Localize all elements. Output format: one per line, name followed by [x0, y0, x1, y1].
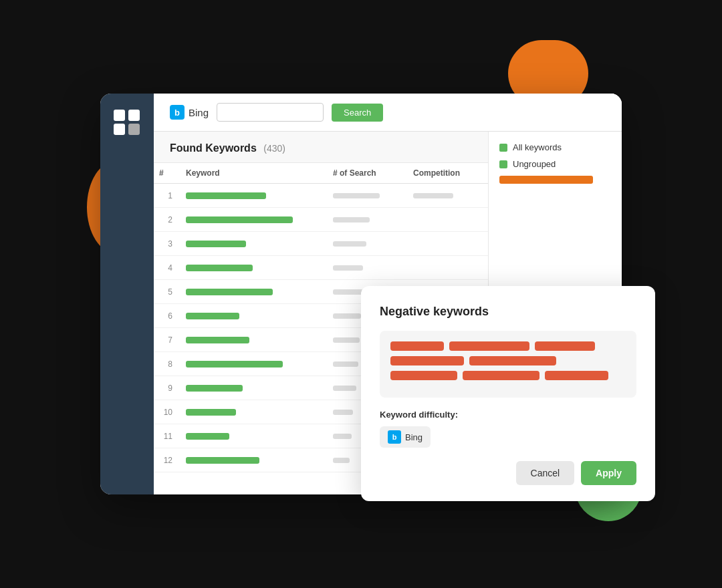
cancel-button[interactable]: Cancel [516, 461, 575, 485]
keyword-bar [186, 409, 236, 416]
keyword-bar [186, 433, 229, 440]
filter-ungrouped[interactable]: Ungrouped [499, 159, 611, 169]
col-header-keyword: Keyword [180, 168, 328, 178]
keyword-bar-cell [180, 313, 328, 319]
filter-icon-all [499, 144, 507, 152]
table-row: 1 [154, 184, 488, 208]
row-num: 1 [154, 191, 180, 200]
col-header-competition: Competition [408, 168, 488, 178]
search-bar [333, 217, 370, 223]
row-num: 8 [154, 359, 180, 369]
col-header-num: # [154, 168, 180, 178]
keyword-bar [186, 241, 246, 247]
keyword-tag [390, 356, 464, 365]
row-num: 10 [154, 408, 180, 417]
keyword-tag [535, 341, 595, 351]
filter-label-ungrouped: Ungrouped [513, 159, 556, 169]
keywords-count: (430) [263, 143, 285, 154]
search-button[interactable]: Search [332, 104, 383, 122]
keyword-bar [186, 385, 243, 392]
search-bar-cell [328, 265, 408, 271]
tags-area [380, 331, 636, 398]
keyword-tag [545, 371, 608, 380]
row-num: 7 [154, 335, 180, 345]
row-num: 4 [154, 263, 180, 273]
keyword-bar [186, 457, 259, 464]
keywords-title: Found Keywords [170, 142, 257, 154]
top-bar: b Bing Search [154, 94, 622, 132]
keyword-tag [390, 341, 444, 351]
col-header-search: # of Search [328, 168, 408, 178]
keyword-bar-cell [180, 265, 328, 271]
filter-row-orange [499, 176, 593, 184]
modal-title: Negative keywords [380, 305, 636, 319]
keyword-tag [449, 341, 529, 351]
keyword-bar [186, 265, 253, 271]
row-num: 6 [154, 311, 180, 321]
logo-square-4 [128, 124, 140, 135]
modal-actions: Cancel Apply [380, 461, 636, 485]
keyword-difficulty-section: Keyword difficulty: b Bing [380, 410, 636, 448]
logo-square-2 [128, 110, 140, 121]
search-bar [333, 265, 363, 271]
search-bar [333, 241, 366, 247]
sidebar-logo [114, 110, 140, 135]
search-bar [333, 386, 356, 391]
logo-square-3 [114, 124, 125, 135]
row-num: 12 [154, 456, 180, 465]
row-num: 9 [154, 384, 180, 393]
keyword-bar-cell [180, 192, 328, 199]
search-bar-cell [328, 241, 408, 247]
comp-bar [413, 193, 453, 198]
search-bar [333, 458, 350, 463]
filter-label-all: All keywords [513, 142, 562, 152]
keyword-tag [469, 356, 556, 365]
bing-badge-text: Bing [405, 432, 423, 442]
filter-icon-ungrouped [499, 160, 507, 168]
filter-all-keywords[interactable]: All keywords [499, 142, 611, 152]
search-bar [333, 337, 360, 343]
keyword-tag [463, 371, 539, 380]
keyword-bar [186, 337, 249, 343]
keyword-tag [390, 371, 457, 380]
keyword-bar [186, 192, 266, 199]
bing-badge: b Bing [380, 426, 431, 448]
bing-icon: b [170, 105, 185, 120]
search-bar [333, 410, 353, 415]
keyword-bar-cell [180, 289, 328, 295]
keyword-bar [186, 216, 293, 223]
search-bar-cell [328, 193, 408, 198]
keyword-bar-cell [180, 337, 328, 343]
keyword-bar [186, 361, 283, 368]
bing-logo: b Bing [170, 105, 209, 120]
table-row: 2 [154, 208, 488, 232]
keyword-bar-cell [180, 409, 328, 416]
sidebar [100, 94, 154, 494]
row-num: 2 [154, 215, 180, 225]
comp-bar-cell [408, 193, 488, 198]
search-bar [333, 361, 358, 367]
row-num: 3 [154, 239, 180, 249]
search-bar [333, 313, 361, 319]
bing-badge-icon: b [388, 430, 401, 444]
keyword-bar-cell [180, 361, 328, 368]
table-header: # Keyword # of Search Competition [154, 163, 488, 184]
table-row: 3 [154, 232, 488, 256]
keyword-bar [186, 313, 239, 319]
keyword-bar-cell [180, 433, 328, 440]
keyword-bar-cell [180, 241, 328, 247]
keyword-bar [186, 289, 273, 295]
keyword-bar-cell [180, 216, 328, 223]
search-bar [333, 193, 380, 198]
search-bar [333, 289, 365, 295]
keyword-difficulty-label: Keyword difficulty: [380, 410, 636, 420]
apply-button[interactable]: Apply [581, 461, 636, 485]
search-bar [333, 434, 352, 439]
keyword-bar-cell [180, 457, 328, 464]
negative-keywords-modal[interactable]: Negative keywords Keyword difficulty: b … [361, 286, 655, 501]
table-row: 4 [154, 256, 488, 280]
logo-square-1 [114, 110, 125, 121]
keywords-header: Found Keywords (430) [154, 132, 488, 163]
keyword-bar-cell [180, 385, 328, 392]
search-input[interactable] [217, 103, 324, 122]
